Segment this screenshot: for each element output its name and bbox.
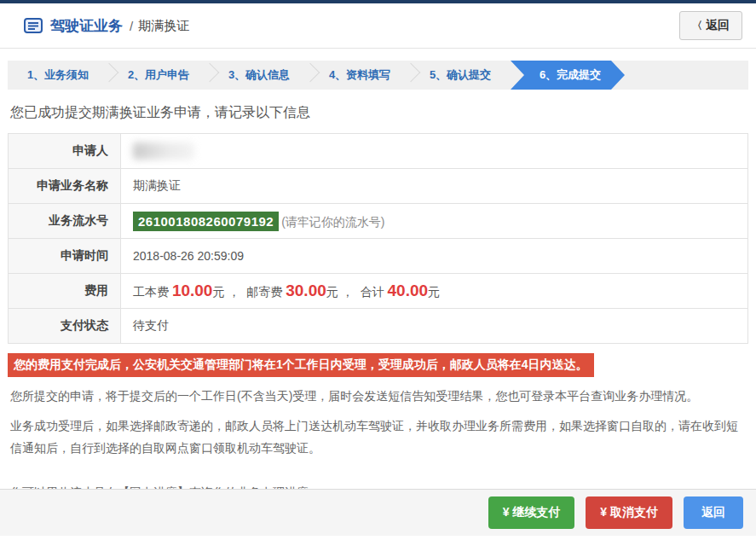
table-row-business-name: 申请业务名称 期满换证 — [9, 169, 748, 204]
fee-comma2: ， — [342, 285, 354, 299]
step-label: 1、业务须知 — [27, 68, 89, 81]
success-message: 您已成功提交期满换证业务申请，请记录以下信息 — [10, 104, 748, 122]
step-label: 2、用户申告 — [128, 68, 189, 81]
applicant-name-redacted — [133, 142, 194, 160]
serial-number-badge: 261001808260079192 — [133, 212, 279, 231]
fee-value: 工本费 10.00元， 邮寄费 30.00元， 合计 40.00元 — [121, 274, 748, 309]
fee-unit1: 元 — [212, 285, 224, 299]
step-label: 3、确认信息 — [228, 68, 290, 81]
info-table: 申请人 申请业务名称 期满换证 业务流水号 261001808260079192… — [8, 133, 748, 344]
breadcrumb-primary: 驾驶证业务 — [50, 16, 123, 36]
wizard-steps: 1、业务须知 2、用户申告 3、确认信息 4、资料填写 5、确认提交 6、完成提… — [8, 61, 748, 90]
header-back-button[interactable]: 〈 返回 — [679, 11, 742, 40]
apply-time-label: 申请时间 — [9, 239, 121, 274]
step-label: 5、确认提交 — [430, 68, 491, 81]
fee-part3: 合计 — [361, 285, 384, 299]
fee-amount3: 40.00 — [388, 282, 429, 299]
step-6-complete-submit-active: 6、完成提交 — [511, 61, 625, 90]
table-row-apply-time: 申请时间 2018-08-26 20:59:09 — [9, 239, 748, 274]
payment-notice-banner: 您的费用支付完成后，公安机关交通管理部门将在1个工作日内受理，受理成功后，邮政人… — [8, 353, 594, 377]
business-name-value: 期满换证 — [121, 169, 748, 204]
step-2-user-declaration: 2、用户申告 — [108, 61, 209, 90]
chevron-left-icon: 〈 — [692, 19, 702, 33]
step-label: 4、资料填写 — [329, 68, 390, 81]
fee-unit2: 元 — [326, 285, 338, 299]
fee-amount1: 10.00 — [172, 282, 213, 299]
fee-part2: 邮寄费 — [246, 285, 282, 299]
table-row-serial: 业务流水号 261001808260079192(请牢记你的流水号) — [9, 204, 748, 239]
continue-pay-button[interactable]: ¥ 继续支付 — [488, 496, 575, 529]
applicant-value — [121, 134, 748, 169]
table-row-fee: 费用 工本费 10.00元， 邮寄费 30.00元， 合计 40.00元 — [9, 274, 748, 309]
pay-status-label: 支付状态 — [9, 309, 121, 344]
step-1-business-notice: 1、业务须知 — [8, 61, 108, 90]
cancel-pay-button[interactable]: ¥ 取消支付 — [586, 496, 672, 529]
business-name-label: 申请业务名称 — [9, 169, 121, 204]
fee-unit3: 元 — [428, 285, 440, 299]
breadcrumb-separator: / — [130, 19, 133, 33]
pay-status-value: 待支付 — [121, 309, 748, 344]
breadcrumb-secondary: 期满换证 — [138, 18, 189, 34]
info-paragraph-1: 您所提交的申请，将于提交后的一个工作日(不含当天)受理，届时会发送短信告知受理结… — [10, 385, 743, 407]
serial-label: 业务流水号 — [9, 204, 121, 239]
page-header: 驾驶证业务 / 期满换证 〈 返回 — [0, 3, 756, 49]
step-3-confirm-info: 3、确认信息 — [209, 61, 309, 90]
step-label: 6、完成提交 — [540, 68, 601, 81]
fee-part1: 工本费 — [133, 285, 169, 299]
footer-action-bar: ¥ 继续支付 ¥ 取消支付 返回 — [0, 489, 756, 536]
fee-comma1: ， — [228, 285, 239, 299]
fee-amount2: 30.00 — [286, 282, 326, 299]
info-paragraph-2: 业务成功受理后，如果选择邮政寄递的，邮政人员将上门送达机动车驾驶证，并收取办理业… — [10, 415, 743, 459]
apply-time-value: 2018-08-26 20:59:09 — [121, 239, 748, 274]
table-row-pay-status: 支付状态 待支付 — [9, 309, 748, 344]
fee-label: 费用 — [9, 274, 121, 309]
document-lines-icon — [24, 18, 43, 33]
serial-note: (请牢记你的流水号) — [281, 215, 384, 229]
step-5-confirm-submit: 5、确认提交 — [410, 61, 511, 90]
footer-back-button[interactable]: 返回 — [684, 496, 743, 529]
step-4-fill-data: 4、资料填写 — [309, 61, 410, 90]
serial-value: 261001808260079192(请牢记你的流水号) — [121, 204, 748, 239]
applicant-label: 申请人 — [9, 134, 121, 169]
header-back-label: 返回 — [706, 18, 730, 33]
table-row-applicant: 申请人 — [9, 134, 748, 169]
